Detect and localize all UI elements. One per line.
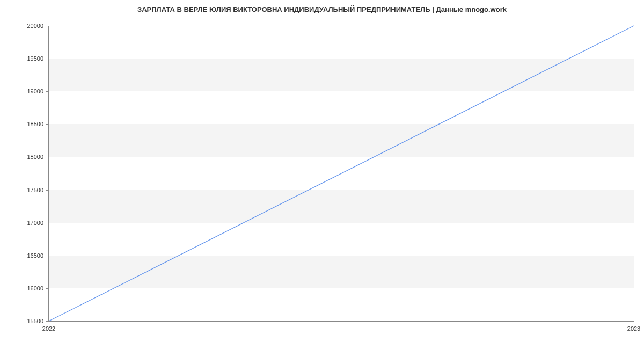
y-axis-label: 17000 bbox=[27, 220, 43, 226]
y-axis-label: 17500 bbox=[27, 187, 43, 193]
y-tick bbox=[46, 223, 49, 223]
y-tick bbox=[46, 26, 49, 26]
y-axis-label: 15500 bbox=[27, 318, 43, 324]
y-axis-label: 18500 bbox=[27, 121, 43, 127]
y-axis-label: 20000 bbox=[27, 23, 43, 29]
x-tick bbox=[49, 321, 49, 324]
y-tick bbox=[46, 256, 49, 256]
line-layer bbox=[49, 26, 634, 321]
y-tick bbox=[46, 190, 49, 191]
series-line bbox=[49, 26, 634, 321]
y-axis-label: 18000 bbox=[27, 154, 43, 160]
y-axis-label: 19500 bbox=[27, 55, 43, 62]
y-tick bbox=[46, 288, 49, 289]
y-axis-label: 16000 bbox=[27, 285, 43, 292]
y-axis-label: 19000 bbox=[27, 88, 43, 94]
y-tick bbox=[46, 59, 49, 59]
x-axis-label: 2023 bbox=[627, 325, 640, 332]
chart-container: ЗАРПЛАТА В ВЕРЛЕ ЮЛИЯ ВИКТОРОВНА ИНДИВИД… bbox=[0, 0, 644, 349]
chart-title: ЗАРПЛАТА В ВЕРЛЕ ЮЛИЯ ВИКТОРОВНА ИНДИВИД… bbox=[0, 5, 644, 13]
y-tick bbox=[46, 124, 49, 125]
y-axis-label: 16500 bbox=[27, 252, 43, 259]
y-tick bbox=[46, 91, 49, 92]
plot-area: 1550016000165001700017500180001850019000… bbox=[48, 26, 634, 322]
x-axis-label: 2022 bbox=[42, 325, 55, 332]
x-tick bbox=[634, 321, 634, 324]
y-tick bbox=[46, 157, 49, 157]
